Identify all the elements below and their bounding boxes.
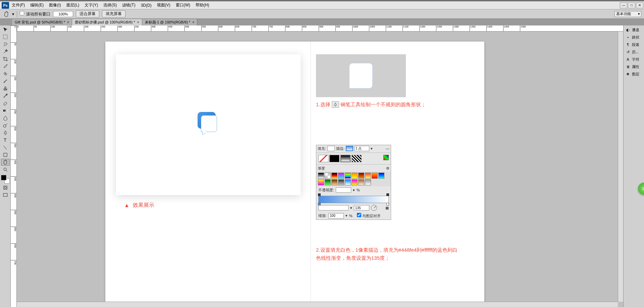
gradient-preset[interactable] (378, 173, 384, 179)
angle-dial[interactable] (371, 205, 377, 211)
stamp-tool[interactable] (1, 85, 10, 92)
gradient-preset[interactable] (365, 173, 371, 179)
gradient-bar[interactable] (318, 196, 389, 203)
stroke-size-input[interactable] (355, 146, 369, 151)
menu-layer[interactable]: 图层(L) (66, 2, 79, 8)
workspace-selector[interactable]: 基本功能 ▾ (614, 11, 641, 17)
fill-swatch[interactable] (327, 146, 335, 151)
gradient-type-select[interactable] (318, 205, 348, 210)
gradient-preset[interactable] (325, 173, 331, 179)
panel-properties[interactable]: ≣ 属性 (624, 63, 644, 70)
fill-screen-button[interactable]: 填充屏幕 (102, 10, 125, 17)
wand-tool[interactable] (1, 48, 10, 55)
gradient-preset[interactable] (358, 173, 364, 179)
scroll-all-checkbox[interactable] (20, 11, 24, 15)
gradient-preset[interactable] (331, 179, 337, 185)
tool-caret-icon[interactable]: ▾ (12, 12, 14, 16)
gradient-preset[interactable] (338, 173, 344, 179)
menu-view[interactable]: 视图(V) (157, 2, 170, 8)
menu-image[interactable]: 图像(I) (49, 2, 61, 8)
align-checkbox[interactable] (357, 213, 361, 217)
type-tool[interactable]: T (1, 137, 10, 143)
horizontal-scrollbar[interactable] (17, 302, 618, 307)
menu-type[interactable]: 文字(Y) (85, 2, 98, 8)
lasso-tool[interactable] (1, 41, 10, 48)
heal-tool[interactable] (1, 70, 10, 77)
gradient-preset[interactable] (318, 179, 324, 185)
panel-paragraph[interactable]: ¶ 段落 (624, 41, 644, 48)
menu-window[interactable]: 窗口(W) (176, 2, 190, 8)
gradient-preset[interactable] (358, 179, 364, 185)
history-brush-tool[interactable] (1, 93, 10, 99)
zoom-field[interactable] (53, 11, 73, 17)
hand-tool[interactable] (1, 159, 10, 166)
gradient-preset[interactable] (352, 173, 358, 179)
document-tab[interactable]: Gift 背包.psd @ 50%(RGB/8) * × (12, 19, 72, 25)
fill-pattern-button[interactable] (352, 155, 362, 162)
color-swatches[interactable] (1, 175, 10, 184)
gradient-preset[interactable] (345, 173, 351, 179)
brush-tool[interactable] (1, 78, 10, 84)
panel-history[interactable]: ↺ 历... (624, 48, 644, 56)
panel-character[interactable]: A 字符 (624, 56, 644, 63)
align-layer-checkbox[interactable]: 与图层对齐 (357, 213, 381, 219)
crop-tool[interactable] (1, 56, 10, 62)
angle-input[interactable] (354, 205, 369, 210)
gradient-preset[interactable] (345, 179, 351, 185)
stroke-swatch[interactable] (346, 146, 353, 151)
pen-tool[interactable] (1, 129, 10, 136)
gradient-preset[interactable] (325, 179, 331, 185)
canvas-area[interactable]: ▲ 效果展示 1.选择 钢笔工具绘制一个不规则的圆角形状； (17, 32, 623, 307)
scroll-all-windows[interactable]: 滚动所有窗口 (20, 11, 50, 17)
menu-filter[interactable]: 滤镜(T) (122, 2, 135, 8)
opacity-input[interactable] (336, 187, 351, 193)
fill-gradient-button[interactable] (340, 155, 351, 162)
blur-tool[interactable] (1, 115, 10, 121)
fill-solid-button[interactable] (329, 155, 339, 162)
more-icon[interactable]: — (386, 146, 389, 150)
path-tool[interactable] (1, 144, 10, 151)
document-tab[interactable]: 未标题-1 @ 100%(RGB/8) * × (142, 19, 198, 25)
close-icon[interactable]: × (67, 20, 69, 24)
close-button[interactable]: ✕ (636, 2, 643, 8)
dodge-tool[interactable] (1, 122, 10, 129)
menu-3d[interactable]: 3D(D) (141, 3, 152, 8)
maximize-button[interactable]: □ (628, 2, 635, 8)
gradient-preset[interactable] (372, 173, 378, 179)
menu-edit[interactable]: 编辑(E) (30, 2, 44, 8)
eraser-tool[interactable] (1, 100, 10, 107)
fill-none-button[interactable] (318, 155, 328, 162)
gradient-preset[interactable] (365, 179, 371, 185)
menu-help[interactable]: 帮助(H) (196, 2, 209, 8)
screenmode-toggle[interactable] (1, 192, 10, 198)
gradient-preset[interactable] (352, 179, 358, 185)
fg-color-swatch[interactable] (1, 175, 6, 180)
menu-file[interactable]: 文件(F) (12, 2, 25, 8)
shape-tool[interactable] (1, 151, 10, 158)
document-tab[interactable]: 磨砂图标步骤.psd @ 100%(RGB/8) * × (72, 19, 142, 25)
color-picker-icon[interactable] (383, 155, 389, 160)
close-icon[interactable]: × (192, 20, 194, 24)
menu-select[interactable]: 选择(S) (103, 2, 117, 8)
eyedropper-tool[interactable] (1, 63, 10, 70)
gradient-tool[interactable] (1, 107, 10, 114)
minimize-button[interactable]: — (620, 2, 627, 8)
quickmask-toggle[interactable] (1, 184, 10, 191)
fit-screen-button[interactable]: 适合屏幕 (76, 10, 99, 17)
marquee-tool[interactable] (1, 34, 10, 40)
vertical-scrollbar[interactable] (618, 32, 623, 302)
panel-paths[interactable]: ⌁ 路径 (624, 34, 644, 41)
move-tool[interactable] (1, 26, 10, 33)
stroke-size-caret[interactable]: ▾ (371, 146, 373, 151)
document: ▲ 效果展示 1.选择 钢笔工具绘制一个不规则的圆角形状； (105, 42, 484, 306)
gradient-preset[interactable] (318, 173, 324, 179)
close-icon[interactable]: × (137, 20, 139, 24)
scale-input[interactable] (328, 213, 344, 219)
gear-icon[interactable]: ⚙ (386, 166, 389, 171)
panel-channels[interactable]: ◐ 通道 (624, 26, 644, 34)
gradient-preset[interactable] (331, 173, 337, 179)
snap-icon[interactable]: ▦ (385, 206, 389, 210)
gradient-preset[interactable] (338, 179, 344, 185)
zoom-tool[interactable] (1, 166, 10, 173)
panel-layers[interactable]: ❖ 图层 (624, 70, 644, 78)
